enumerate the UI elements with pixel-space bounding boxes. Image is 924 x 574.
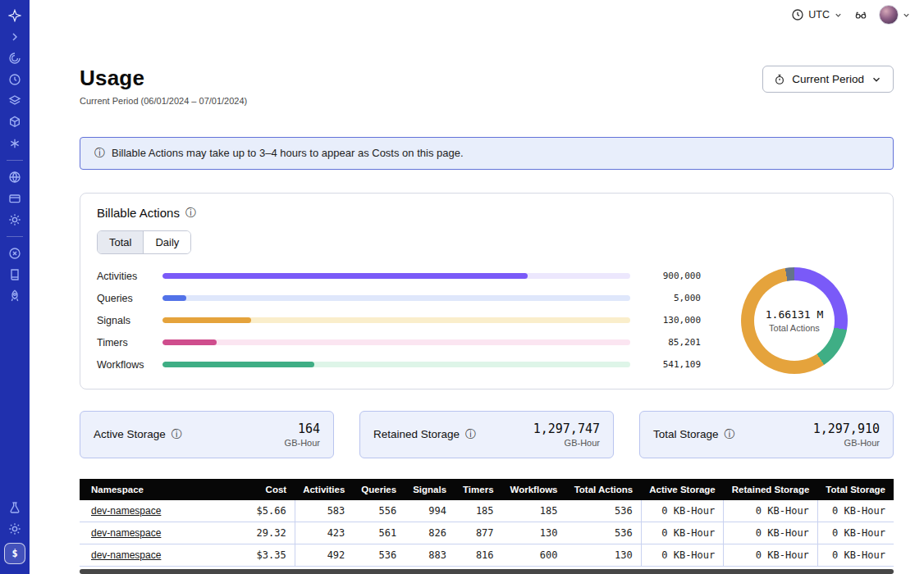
collapse-chevron-icon[interactable] xyxy=(7,30,22,44)
table-cell: $3.35 xyxy=(244,544,295,566)
storage-card-value: 1,297,910GB-Hour xyxy=(813,421,880,448)
chevron-down-icon xyxy=(902,11,911,20)
info-icon: ⓘ xyxy=(465,427,476,442)
tab-daily[interactable]: Daily xyxy=(143,231,190,253)
billing-icon[interactable] xyxy=(7,191,22,206)
info-icon: ⓘ xyxy=(94,146,105,161)
bar-fill xyxy=(162,317,251,323)
bar-track xyxy=(162,339,630,345)
banner-text: Billable Actions may take up to 3–4 hour… xyxy=(112,147,464,159)
settings-gear-icon[interactable] xyxy=(7,212,22,227)
page-header: Usage Current Period (06/01/2024 – 07/01… xyxy=(80,66,894,106)
namespace-link[interactable]: dev-namespace xyxy=(91,549,161,561)
page-title: Usage xyxy=(80,66,247,91)
usage-dollar-icon[interactable]: $ xyxy=(4,543,25,564)
schedules-icon[interactable] xyxy=(7,72,22,87)
table-cell: 561 xyxy=(353,522,405,544)
column-header: Total Actions xyxy=(566,479,642,500)
bar-fill xyxy=(162,295,186,301)
profile-menu[interactable] xyxy=(879,5,911,25)
bar-row: Queries5,000 xyxy=(97,293,701,304)
bar-track xyxy=(162,295,630,301)
column-header: Workflows xyxy=(502,479,566,500)
table-cell: 0 KB-Hour xyxy=(817,544,894,566)
stopwatch-icon xyxy=(774,74,785,85)
info-icon: ⓘ xyxy=(185,206,196,221)
table-cell: 0 KB-Hour xyxy=(641,544,724,566)
table-row: dev-namespace29.324235618268771305360 KB… xyxy=(80,522,894,544)
period-button-label: Current Period xyxy=(792,73,864,85)
table-cell: 0 KB-Hour xyxy=(724,500,818,522)
column-header: Timers xyxy=(455,479,502,500)
billable-actions-card: Billable Actions ⓘ Total Daily Activitie… xyxy=(80,193,894,390)
bar-value: 900,000 xyxy=(630,271,701,281)
bar-track xyxy=(162,362,630,367)
namespace-cell: dev-namespace xyxy=(80,544,244,566)
bar-label: Signals xyxy=(97,315,162,326)
theme-sun-icon[interactable] xyxy=(7,522,22,536)
table-cell: $5.66 xyxy=(244,500,295,522)
donut-total-value: 1.66131 M xyxy=(766,308,823,321)
table-cell: 0 KB-Hour xyxy=(724,522,818,544)
bar-label: Activities xyxy=(97,271,162,282)
table-cell: 816 xyxy=(455,544,502,566)
storage-card-label: Total Storageⓘ xyxy=(653,427,735,442)
table-body: dev-namespace$5.665835569941851855360 KB… xyxy=(80,500,894,567)
bar-row: Activities900,000 xyxy=(97,271,701,282)
storage-unit: GB-Hour xyxy=(813,438,880,448)
table-cell: 185 xyxy=(502,500,566,522)
storage-value: 1,297,747 xyxy=(533,421,600,436)
table-cell: 0 KB-Hour xyxy=(817,522,894,544)
nexus-icon[interactable] xyxy=(7,136,22,151)
workflows-icon[interactable] xyxy=(7,51,22,66)
column-header: Retained Storage xyxy=(724,479,818,500)
storage-cards: Active Storageⓘ164GB-HourRetained Storag… xyxy=(80,411,894,458)
docs-icon[interactable] xyxy=(7,267,22,282)
table-row: dev-namespace$3.354925368838166001300 KB… xyxy=(80,544,894,566)
rocket-icon[interactable] xyxy=(7,289,22,303)
bar-label: Queries xyxy=(97,293,162,304)
bar-label: Workflows xyxy=(97,359,162,371)
table-cell: 0 KB-Hour xyxy=(641,522,724,544)
billable-title-text: Billable Actions xyxy=(97,206,180,220)
info-icon: ⓘ xyxy=(172,427,182,442)
app-window: $ UTC Usage Current P xyxy=(0,0,924,574)
timezone-selector[interactable]: UTC xyxy=(791,8,843,21)
lab-flask-icon[interactable] xyxy=(7,500,22,515)
sidebar-divider xyxy=(7,160,23,161)
clock-icon xyxy=(791,8,804,21)
column-header: Signals xyxy=(405,479,455,500)
storage-card-value: 164GB-Hour xyxy=(285,421,320,448)
sidebar: $ xyxy=(0,0,30,574)
table-cell: 29.32 xyxy=(244,522,295,544)
namespace-link[interactable]: dev-namespace xyxy=(91,527,161,539)
storage-card: Total Storageⓘ1,297,910GB-Hour xyxy=(639,411,894,458)
period-selector-button[interactable]: Current Period xyxy=(762,66,894,93)
namespaces-icon[interactable] xyxy=(7,115,22,130)
deployments-icon[interactable] xyxy=(7,93,22,108)
horizontal-scrollbar[interactable] xyxy=(80,569,894,574)
table-cell: 423 xyxy=(295,522,353,544)
chevron-down-icon xyxy=(834,11,843,20)
tab-total[interactable]: Total xyxy=(98,231,143,253)
billable-card-title: Billable Actions ⓘ xyxy=(97,206,876,221)
temporal-logo-icon[interactable] xyxy=(7,8,22,23)
table-cell: 536 xyxy=(353,544,405,566)
topbar: UTC xyxy=(30,0,924,30)
main-area: UTC Usage Current Period (06/01/2024 – 0… xyxy=(30,0,924,574)
page-content: Usage Current Period (06/01/2024 – 07/01… xyxy=(30,30,924,574)
globe-icon[interactable] xyxy=(7,170,22,184)
glasses-icon[interactable] xyxy=(854,8,867,21)
bar-fill xyxy=(162,273,528,279)
table-cell: 536 xyxy=(566,500,642,522)
namespace-link[interactable]: dev-namespace xyxy=(91,505,161,517)
bar-value: 5,000 xyxy=(630,293,701,303)
column-header: Activities xyxy=(295,479,353,500)
sidebar-divider xyxy=(7,236,23,237)
namespace-cell: dev-namespace xyxy=(80,500,244,522)
storage-label-text: Active Storage xyxy=(94,428,166,440)
column-header: Cost xyxy=(244,479,295,500)
storage-unit: GB-Hour xyxy=(285,438,320,448)
close-circle-icon[interactable] xyxy=(7,246,22,261)
column-header: Active Storage xyxy=(641,479,724,500)
